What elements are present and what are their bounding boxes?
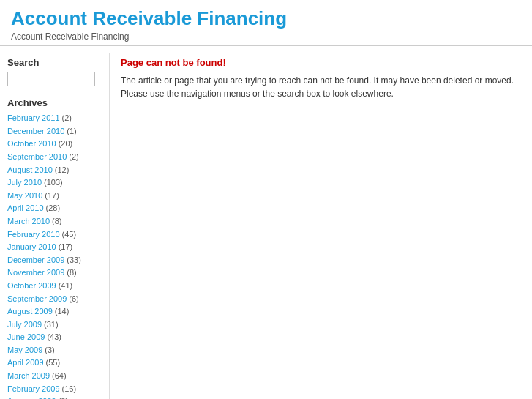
- archive-link[interactable]: August 2010: [7, 164, 53, 177]
- archive-count: (43): [47, 332, 61, 341]
- archive-link[interactable]: January 2010: [7, 241, 56, 254]
- archive-link[interactable]: April 2010: [7, 202, 44, 215]
- archive-count: (41): [59, 281, 73, 290]
- archive-count: (2): [69, 152, 78, 161]
- archive-link[interactable]: September 2009: [7, 293, 67, 306]
- archive-link[interactable]: March 2009: [7, 370, 50, 383]
- search-label: Search: [7, 57, 102, 68]
- archive-link[interactable]: August 2009: [7, 305, 53, 318]
- archive-count: (16): [62, 384, 77, 393]
- archive-item: September 2009(6): [7, 293, 102, 306]
- archive-count: (17): [59, 242, 73, 251]
- archive-item: February 2009(16): [7, 383, 102, 396]
- sidebar: Search Archives February 2011(2)December…: [0, 53, 110, 399]
- archives-section: Archives February 2011(2)December 2010(1…: [7, 97, 102, 399]
- search-input[interactable]: [7, 72, 95, 86]
- archive-item: October 2010(20): [7, 138, 102, 151]
- archive-count: (17): [45, 191, 59, 200]
- archive-count: (28): [46, 204, 61, 212]
- archive-count: (103): [44, 178, 63, 187]
- archive-count: (55): [46, 358, 61, 367]
- archive-item: April 2010(28): [7, 202, 102, 215]
- archive-item: February 2011(2): [7, 112, 102, 125]
- archive-item: March 2010(8): [7, 215, 102, 228]
- archive-link[interactable]: July 2009: [7, 318, 42, 332]
- archives-label: Archives: [7, 97, 102, 108]
- archive-link[interactable]: February 2009: [7, 383, 60, 396]
- archive-link[interactable]: December 2010: [7, 125, 64, 138]
- archive-link[interactable]: November 2009: [7, 266, 64, 280]
- archive-link[interactable]: January 2009: [7, 395, 56, 399]
- archive-count: (3): [45, 346, 54, 354]
- archive-item: March 2009(64): [7, 370, 102, 383]
- archive-link[interactable]: December 2009: [7, 254, 64, 267]
- archives-list: February 2011(2)December 2010(1)October …: [7, 112, 102, 399]
- archive-item: January 2009(8): [7, 395, 102, 399]
- archive-count: (8): [67, 268, 76, 277]
- archive-item: January 2010(17): [7, 241, 102, 254]
- archive-count: (6): [69, 294, 78, 303]
- archive-item: December 2010(1): [7, 125, 102, 138]
- archive-item: September 2010(2): [7, 151, 102, 164]
- archive-item: June 2009(43): [7, 331, 102, 344]
- archive-link[interactable]: February 2010: [7, 228, 60, 242]
- site-title: Account Receivable Financing: [11, 7, 521, 30]
- archive-count: (45): [62, 230, 77, 239]
- archive-count: (64): [52, 371, 67, 380]
- archive-count: (1): [67, 127, 76, 135]
- archive-item: August 2010(12): [7, 164, 102, 177]
- archive-item: May 2009(3): [7, 344, 102, 357]
- archive-link[interactable]: October 2009: [7, 280, 56, 293]
- archive-item: February 2010(45): [7, 228, 102, 242]
- archive-link[interactable]: October 2010: [7, 138, 56, 151]
- archive-link[interactable]: September 2010: [7, 151, 67, 164]
- archive-item: October 2009(41): [7, 280, 102, 293]
- archive-link[interactable]: May 2010: [7, 190, 42, 203]
- archive-link[interactable]: June 2009: [7, 331, 45, 344]
- archive-item: May 2010(17): [7, 190, 102, 203]
- archive-count: (8): [52, 217, 61, 225]
- archive-count: (20): [59, 139, 73, 148]
- archive-item: November 2009(8): [7, 266, 102, 280]
- archive-link[interactable]: April 2009: [7, 357, 44, 370]
- archive-item: August 2009(14): [7, 305, 102, 318]
- archive-count: (12): [55, 165, 70, 174]
- archive-count: (14): [55, 307, 70, 316]
- error-title: Page can not be found!: [121, 57, 521, 68]
- site-header: Account Receivable Financing Account Rec…: [0, 0, 532, 46]
- archive-link[interactable]: May 2009: [7, 344, 42, 357]
- site-subtitle: Account Receivable Financing: [11, 31, 521, 42]
- archive-item: July 2010(103): [7, 176, 102, 190]
- main-content: Page can not be found! The article or pa…: [110, 53, 532, 399]
- archive-item: April 2009(55): [7, 357, 102, 370]
- archive-link[interactable]: July 2010: [7, 176, 42, 190]
- archive-item: July 2009(31): [7, 318, 102, 332]
- archive-link[interactable]: March 2010: [7, 215, 50, 228]
- archive-item: December 2009(33): [7, 254, 102, 267]
- error-text: The article or page that you are trying …: [121, 74, 521, 100]
- archive-count: (31): [44, 320, 59, 329]
- archive-link[interactable]: February 2011: [7, 112, 60, 125]
- archive-count: (2): [62, 113, 72, 122]
- archive-count: (33): [67, 256, 81, 264]
- main-layout: Search Archives February 2011(2)December…: [0, 46, 532, 399]
